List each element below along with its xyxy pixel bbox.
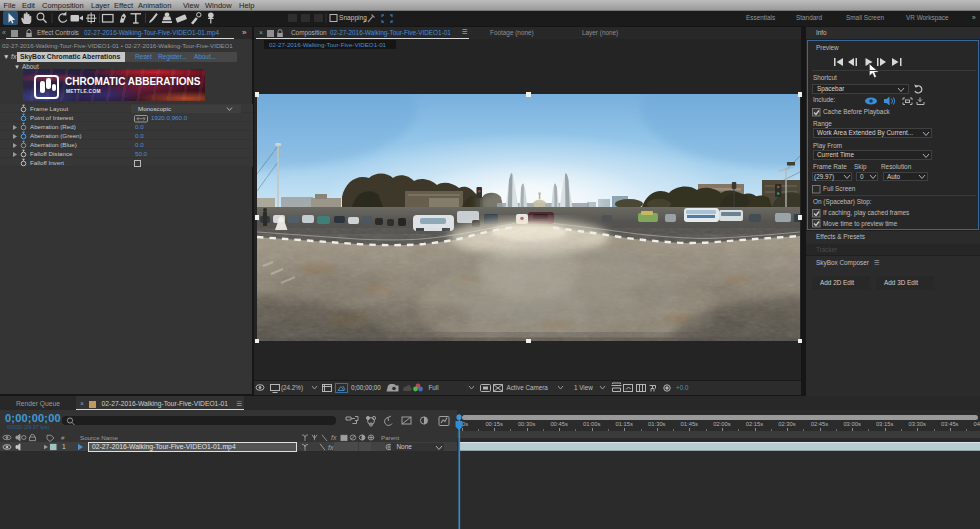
- svg-text:fx: fx: [328, 444, 334, 451]
- svg-text:fx: fx: [331, 434, 337, 441]
